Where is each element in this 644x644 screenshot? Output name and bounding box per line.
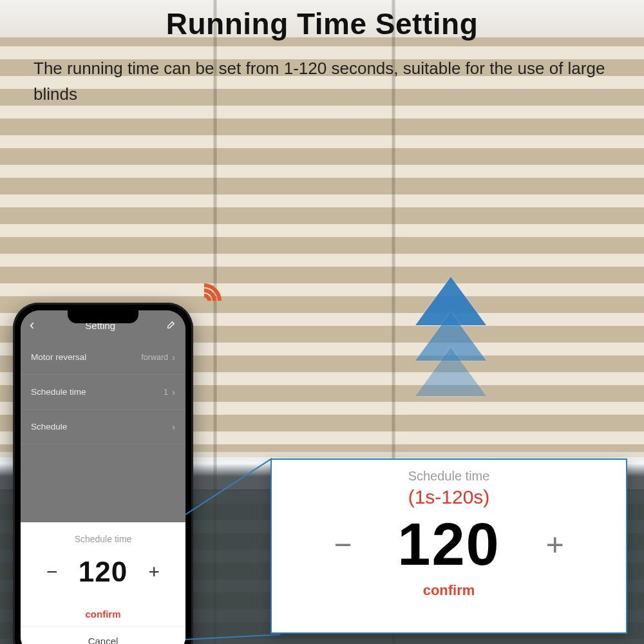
plus-button[interactable]: + [143, 561, 165, 583]
zoom-title: Schedule time [408, 469, 490, 484]
time-stepper: − 120 + [27, 556, 179, 588]
minus-button[interactable]: − [41, 561, 63, 583]
row-value: 1 [164, 388, 168, 397]
app-dimmed-background: ‹ Setting Motor reversal forward › Sched… [21, 310, 185, 522]
row-label: Schedule [31, 422, 67, 431]
row-label: Motor reversal [31, 352, 86, 362]
back-button[interactable]: ‹ [30, 318, 34, 332]
edit-button[interactable] [166, 319, 176, 332]
up-arrow-icon [412, 277, 489, 406]
confirm-button[interactable]: confirm [27, 600, 179, 626]
row-value: forward [141, 353, 168, 362]
row-motor-reversal[interactable]: Motor reversal forward › [21, 340, 185, 375]
zoom-time-value: 120 [397, 511, 500, 578]
sheet-title: Schedule time [27, 534, 179, 544]
cancel-button[interactable]: Cancel [21, 626, 185, 644]
phone-notch [68, 310, 138, 323]
chevron-right-icon: › [172, 386, 175, 397]
row-label: Schedule time [31, 387, 86, 397]
schedule-time-sheet: Schedule time − 120 + confirm Cancel [21, 522, 185, 644]
page-subtitle: The running time can be set from 1-120 s… [33, 55, 611, 108]
zoom-stepper: − 120 + [327, 511, 571, 578]
chevron-right-icon: › [172, 352, 175, 363]
time-value: 120 [79, 556, 128, 588]
row-schedule[interactable]: Schedule › [21, 410, 185, 444]
row-schedule-time[interactable]: Schedule time 1 › [21, 375, 185, 410]
wifi-signal-icon [188, 285, 220, 317]
zoom-confirm-button[interactable]: confirm [423, 582, 475, 599]
page-title: Running Time Setting [0, 6, 644, 41]
phone-screen: ‹ Setting Motor reversal forward › Sched… [21, 310, 185, 644]
zoom-minus-button[interactable]: − [327, 527, 359, 562]
phone-mockup: ‹ Setting Motor reversal forward › Sched… [13, 303, 193, 644]
chevron-right-icon: › [172, 421, 175, 432]
zoom-range-label: (1s-120s) [408, 486, 490, 508]
schedule-time-zoom-card: Schedule time (1s-120s) − 120 + confirm [270, 459, 627, 634]
zoom-plus-button[interactable]: + [539, 527, 571, 562]
